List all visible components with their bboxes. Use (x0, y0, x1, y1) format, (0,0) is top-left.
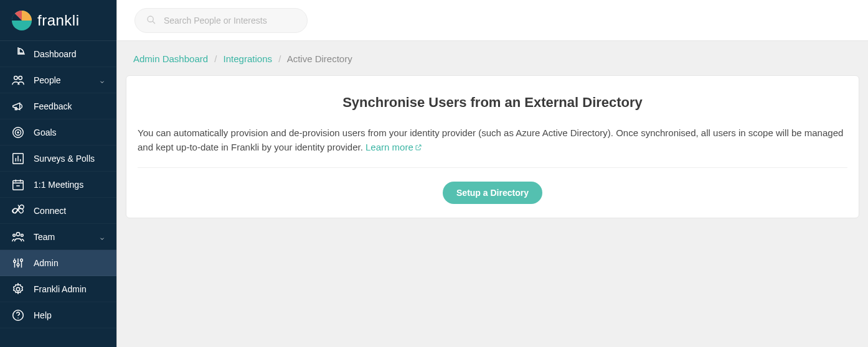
topbar (117, 0, 868, 41)
breadcrumb: Admin Dashboard / Integrations / Active … (125, 41, 861, 75)
people-icon (11, 73, 25, 87)
sidebar-item-label: Team (34, 232, 55, 242)
sliders-icon (11, 256, 25, 270)
sidebar-item-label: Frankli Admin (34, 284, 87, 294)
chevron-down-icon (99, 77, 105, 83)
main-content: Admin Dashboard / Integrations / Active … (117, 0, 868, 347)
button-row: Setup a Directory (138, 182, 847, 204)
brand-logo[interactable]: frankli (0, 0, 116, 41)
divider (138, 167, 847, 168)
search-icon (146, 15, 156, 26)
svg-point-27 (148, 16, 153, 21)
sidebar-item-label: Admin (34, 258, 59, 268)
sidebar-item-label: Help (34, 310, 52, 320)
calendar-icon (11, 178, 25, 192)
sidebar-item-label: Surveys & Polls (34, 154, 95, 164)
svg-point-24 (16, 287, 20, 291)
svg-point-22 (17, 263, 19, 266)
help-icon (11, 308, 25, 322)
sidebar-item-surveys[interactable]: Surveys & Polls (0, 146, 116, 172)
target-icon (11, 126, 25, 139)
svg-point-23 (21, 259, 23, 261)
sidebar-item-help[interactable]: Help (0, 302, 116, 328)
sidebar-item-people[interactable]: People (0, 67, 116, 93)
learn-more-text: Learn more (366, 142, 413, 152)
breadcrumb-separator: / (278, 53, 281, 64)
group-icon (11, 230, 25, 244)
sidebar-item-connect[interactable]: Connect (0, 198, 116, 224)
learn-more-link[interactable]: Learn more (366, 142, 422, 152)
svg-line-28 (153, 21, 155, 23)
sidebar-item-label: Dashboard (34, 49, 77, 59)
panel-body-text: You can automatically provision and de-p… (138, 127, 843, 152)
svg-point-21 (14, 260, 16, 262)
sidebar-item-feedback[interactable]: Feedback (0, 93, 116, 119)
breadcrumb-separator: / (214, 53, 217, 64)
pie-chart-icon (11, 47, 25, 61)
search-wrap[interactable] (134, 8, 308, 33)
svg-point-1 (14, 76, 17, 80)
panel-description: You can automatically provision and de-p… (138, 126, 847, 155)
sync-panel: Synchronise Users from an External Direc… (126, 75, 859, 218)
panel-title: Synchronise Users from an External Direc… (138, 95, 847, 111)
brand-name: frankli (37, 12, 80, 29)
sidebar: frankli Dashboard People Feedback Goals … (0, 0, 117, 347)
sidebar-item-label: Connect (34, 206, 66, 216)
svg-point-26 (17, 317, 18, 318)
svg-point-5 (17, 132, 19, 133)
sidebar-item-label: People (34, 75, 61, 85)
breadcrumb-link-admin-dashboard[interactable]: Admin Dashboard (133, 53, 208, 64)
sidebar-item-label: 1:1 Meetings (34, 180, 83, 190)
gear-icon (11, 282, 25, 296)
bar-chart-icon (11, 152, 25, 165)
infinity-icon (11, 204, 25, 218)
breadcrumb-current: Active Directory (287, 53, 352, 64)
svg-point-17 (21, 234, 24, 236)
sidebar-item-frankli-admin[interactable]: Frankli Admin (0, 276, 116, 302)
svg-rect-10 (13, 180, 24, 190)
sidebar-item-meetings[interactable]: 1:1 Meetings (0, 172, 116, 198)
breadcrumb-link-integrations[interactable]: Integrations (224, 53, 272, 64)
sidebar-item-label: Feedback (34, 101, 72, 111)
svg-point-16 (13, 234, 16, 236)
chevron-down-icon (99, 234, 105, 240)
sidebar-item-dashboard[interactable]: Dashboard (0, 41, 116, 67)
sidebar-item-label: Goals (34, 127, 57, 137)
svg-point-3 (13, 127, 24, 137)
sidebar-item-goals[interactable]: Goals (0, 119, 116, 146)
content-area: Admin Dashboard / Integrations / Active … (117, 41, 868, 347)
sidebar-item-team[interactable]: Team (0, 224, 116, 250)
setup-directory-button[interactable]: Setup a Directory (443, 182, 542, 204)
svg-point-15 (16, 232, 20, 236)
sidebar-item-admin[interactable]: Admin (0, 250, 116, 276)
external-link-icon (415, 141, 422, 148)
svg-point-2 (19, 76, 22, 80)
megaphone-icon (11, 99, 25, 113)
logo-mark-icon (11, 10, 32, 31)
search-input[interactable] (164, 16, 296, 25)
svg-point-4 (15, 129, 21, 135)
